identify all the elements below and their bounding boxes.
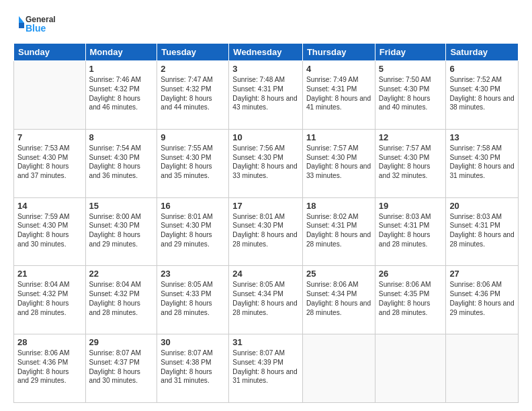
day-number: 31	[232, 337, 299, 347]
day-header-thursday: Thursday	[302, 44, 375, 61]
day-number: 6	[449, 64, 515, 74]
calendar-week-row: 28Sunrise: 8:06 AM Sunset: 4:36 PM Dayli…	[14, 334, 519, 403]
day-number: 30	[161, 337, 225, 347]
day-number: 14	[17, 201, 82, 211]
calendar-week-row: 1Sunrise: 7:46 AM Sunset: 4:32 PM Daylig…	[14, 61, 519, 130]
page: General Blue SundayMondayTuesdayWednesda…	[0, 0, 532, 411]
calendar-week-row: 14Sunrise: 7:59 AM Sunset: 4:30 PM Dayli…	[14, 197, 519, 266]
day-info: Sunrise: 8:06 AM Sunset: 4:36 PM Dayligh…	[17, 349, 82, 385]
day-number: 22	[89, 269, 154, 279]
day-info: Sunrise: 8:04 AM Sunset: 4:32 PM Dayligh…	[17, 280, 82, 317]
calendar-cell: 25Sunrise: 8:06 AM Sunset: 4:34 PM Dayli…	[302, 266, 375, 334]
svg-marker-2	[19, 16, 24, 23]
calendar-cell: 27Sunrise: 8:06 AM Sunset: 4:36 PM Dayli…	[446, 266, 519, 334]
calendar-cell: 1Sunrise: 7:46 AM Sunset: 4:32 PM Daylig…	[85, 61, 157, 130]
day-number: 24	[232, 269, 299, 279]
day-number: 9	[161, 132, 225, 142]
svg-text:Blue: Blue	[26, 23, 46, 34]
calendar-cell: 23Sunrise: 8:05 AM Sunset: 4:33 PM Dayli…	[157, 266, 229, 334]
calendar-cell: 5Sunrise: 7:50 AM Sunset: 4:30 PM Daylig…	[375, 61, 446, 130]
day-header-wednesday: Wednesday	[229, 44, 303, 61]
day-info: Sunrise: 8:01 AM Sunset: 4:30 PM Dayligh…	[161, 212, 225, 249]
day-header-monday: Monday	[85, 44, 157, 61]
day-number: 1	[89, 64, 154, 74]
calendar-cell: 28Sunrise: 8:06 AM Sunset: 4:36 PM Dayli…	[14, 334, 86, 403]
day-info: Sunrise: 8:06 AM Sunset: 4:35 PM Dayligh…	[379, 280, 443, 317]
day-info: Sunrise: 8:02 AM Sunset: 4:31 PM Dayligh…	[306, 212, 371, 249]
day-number: 25	[306, 269, 371, 279]
day-info: Sunrise: 7:53 AM Sunset: 4:30 PM Dayligh…	[17, 144, 82, 181]
day-number: 10	[232, 132, 299, 142]
day-info: Sunrise: 8:07 AM Sunset: 4:37 PM Dayligh…	[89, 349, 154, 385]
day-info: Sunrise: 8:01 AM Sunset: 4:30 PM Dayligh…	[232, 212, 299, 249]
day-info: Sunrise: 8:07 AM Sunset: 4:39 PM Dayligh…	[232, 349, 299, 385]
day-number: 19	[379, 201, 443, 211]
calendar-cell: 12Sunrise: 7:57 AM Sunset: 4:30 PM Dayli…	[375, 129, 446, 197]
day-info: Sunrise: 8:04 AM Sunset: 4:32 PM Dayligh…	[89, 280, 154, 317]
day-info: Sunrise: 8:03 AM Sunset: 4:31 PM Dayligh…	[379, 212, 443, 249]
calendar-cell: 18Sunrise: 8:02 AM Sunset: 4:31 PM Dayli…	[302, 197, 375, 266]
day-info: Sunrise: 7:47 AM Sunset: 4:32 PM Dayligh…	[161, 75, 225, 112]
calendar-cell: 6Sunrise: 7:52 AM Sunset: 4:30 PM Daylig…	[446, 61, 519, 130]
day-info: Sunrise: 8:05 AM Sunset: 4:34 PM Dayligh…	[232, 280, 299, 317]
day-number: 7	[17, 132, 82, 142]
day-number: 27	[449, 269, 515, 279]
calendar-cell: 9Sunrise: 7:55 AM Sunset: 4:30 PM Daylig…	[157, 129, 229, 197]
header: General Blue	[13, 12, 519, 36]
calendar-cell: 11Sunrise: 7:57 AM Sunset: 4:30 PM Dayli…	[302, 129, 375, 197]
day-info: Sunrise: 8:00 AM Sunset: 4:30 PM Dayligh…	[89, 212, 154, 249]
day-number: 23	[161, 269, 225, 279]
day-info: Sunrise: 8:06 AM Sunset: 4:34 PM Dayligh…	[306, 280, 371, 317]
calendar-cell: 13Sunrise: 7:58 AM Sunset: 4:30 PM Dayli…	[446, 129, 519, 197]
day-header-saturday: Saturday	[446, 44, 519, 61]
calendar-cell: 2Sunrise: 7:47 AM Sunset: 4:32 PM Daylig…	[157, 61, 229, 130]
calendar-week-row: 21Sunrise: 8:04 AM Sunset: 4:32 PM Dayli…	[14, 266, 519, 334]
day-number: 20	[449, 201, 515, 211]
calendar-header-row: SundayMondayTuesdayWednesdayThursdayFrid…	[14, 44, 519, 61]
day-number: 17	[232, 201, 299, 211]
day-info: Sunrise: 7:52 AM Sunset: 4:30 PM Dayligh…	[449, 75, 515, 112]
day-info: Sunrise: 7:59 AM Sunset: 4:30 PM Dayligh…	[17, 212, 82, 249]
day-info: Sunrise: 7:54 AM Sunset: 4:30 PM Dayligh…	[89, 144, 154, 181]
day-number: 29	[89, 337, 154, 347]
calendar-table: SundayMondayTuesdayWednesdayThursdayFrid…	[13, 43, 519, 403]
day-info: Sunrise: 8:07 AM Sunset: 4:38 PM Dayligh…	[161, 349, 225, 385]
day-info: Sunrise: 7:48 AM Sunset: 4:31 PM Dayligh…	[232, 75, 299, 112]
calendar-week-row: 7Sunrise: 7:53 AM Sunset: 4:30 PM Daylig…	[14, 129, 519, 197]
calendar-cell: 30Sunrise: 8:07 AM Sunset: 4:38 PM Dayli…	[157, 334, 229, 403]
day-number: 15	[89, 201, 154, 211]
day-info: Sunrise: 8:03 AM Sunset: 4:31 PM Dayligh…	[449, 212, 515, 249]
calendar-cell: 26Sunrise: 8:06 AM Sunset: 4:35 PM Dayli…	[375, 266, 446, 334]
calendar-cell	[302, 334, 375, 403]
calendar-cell: 7Sunrise: 7:53 AM Sunset: 4:30 PM Daylig…	[14, 129, 86, 197]
day-number: 28	[17, 337, 82, 347]
day-info: Sunrise: 7:49 AM Sunset: 4:31 PM Dayligh…	[306, 75, 371, 112]
day-header-friday: Friday	[375, 44, 446, 61]
calendar-cell	[14, 61, 86, 130]
calendar-cell: 3Sunrise: 7:48 AM Sunset: 4:31 PM Daylig…	[229, 61, 303, 130]
calendar-cell	[375, 334, 446, 403]
day-number: 16	[161, 201, 225, 211]
calendar-cell: 29Sunrise: 8:07 AM Sunset: 4:37 PM Dayli…	[85, 334, 157, 403]
calendar-cell: 4Sunrise: 7:49 AM Sunset: 4:31 PM Daylig…	[302, 61, 375, 130]
calendar-cell: 16Sunrise: 8:01 AM Sunset: 4:30 PM Dayli…	[157, 197, 229, 266]
calendar-cell: 8Sunrise: 7:54 AM Sunset: 4:30 PM Daylig…	[85, 129, 157, 197]
logo-svg: General Blue	[13, 12, 60, 36]
day-header-tuesday: Tuesday	[157, 44, 229, 61]
day-info: Sunrise: 7:57 AM Sunset: 4:30 PM Dayligh…	[379, 144, 443, 181]
day-info: Sunrise: 7:50 AM Sunset: 4:30 PM Dayligh…	[379, 75, 443, 112]
day-number: 18	[306, 201, 371, 211]
calendar-cell	[446, 334, 519, 403]
day-header-sunday: Sunday	[14, 44, 86, 61]
day-info: Sunrise: 7:55 AM Sunset: 4:30 PM Dayligh…	[161, 144, 225, 181]
calendar-cell: 24Sunrise: 8:05 AM Sunset: 4:34 PM Dayli…	[229, 266, 303, 334]
calendar-cell: 31Sunrise: 8:07 AM Sunset: 4:39 PM Dayli…	[229, 334, 303, 403]
day-info: Sunrise: 7:56 AM Sunset: 4:30 PM Dayligh…	[232, 144, 299, 181]
calendar-cell: 21Sunrise: 8:04 AM Sunset: 4:32 PM Dayli…	[14, 266, 86, 334]
calendar-cell: 19Sunrise: 8:03 AM Sunset: 4:31 PM Dayli…	[375, 197, 446, 266]
day-number: 5	[379, 64, 443, 74]
calendar-cell: 15Sunrise: 8:00 AM Sunset: 4:30 PM Dayli…	[85, 197, 157, 266]
day-number: 12	[379, 132, 443, 142]
day-number: 13	[449, 132, 515, 142]
day-number: 2	[161, 64, 225, 74]
